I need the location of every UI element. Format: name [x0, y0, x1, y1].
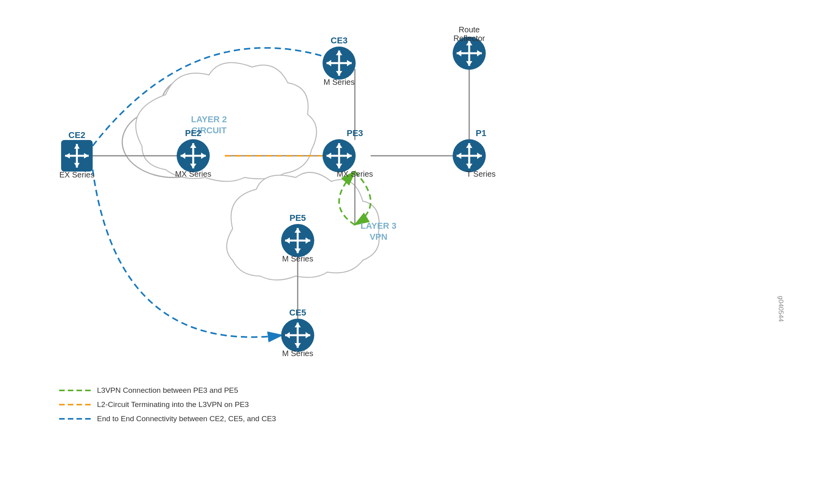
- node-pe3: [323, 139, 356, 172]
- label-rr-line2: Reflector: [453, 34, 485, 43]
- label-pe2: PE2: [185, 128, 201, 138]
- legend-orange-text: L2-Circuit Terminating into the L3VPN on…: [97, 400, 249, 409]
- node-ce5: [281, 319, 314, 352]
- label-ce3-series: M Series: [324, 78, 355, 86]
- label-ce5: CE5: [289, 308, 306, 317]
- label-pe3: PE3: [347, 128, 363, 138]
- label-p1-series: T Series: [466, 170, 496, 178]
- node-p1: [453, 139, 486, 172]
- cloud-label-vpn: VPN: [369, 232, 387, 242]
- cloud-label-layer3: LAYER 3: [361, 221, 397, 231]
- label-pe3-series: MX Series: [337, 170, 373, 178]
- node-pe2: [177, 139, 210, 172]
- label-pe5-series: M Series: [282, 254, 313, 263]
- label-p1: P1: [476, 128, 487, 138]
- label-ce2: CE2: [69, 130, 86, 140]
- label-pe5: PE5: [289, 213, 306, 223]
- watermark: g040544: [777, 296, 785, 322]
- legend: L3VPN Connection between PE3 and PE5 L2-…: [59, 386, 276, 423]
- label-rr-line1: Route: [459, 25, 479, 34]
- legend-blue-text: End to End Connectivity between CE2, CE5…: [97, 414, 276, 423]
- label-pe2-series: MX Series: [175, 170, 211, 178]
- network-diagram-svg: LAYER 2 CIRCUIT LAYER 3 VPN CE2 EX Serie…: [0, 0, 828, 504]
- node-ce2: [61, 140, 93, 172]
- diagram-container: LAYER 2 CIRCUIT LAYER 3 VPN CE2 EX Serie…: [0, 0, 828, 504]
- cloud-label-layer2: LAYER 2: [191, 114, 227, 124]
- legend-green-text: L3VPN Connection between PE3 and PE5: [97, 386, 238, 394]
- label-ce5-series: M Series: [282, 349, 313, 358]
- node-ce3: [323, 47, 356, 80]
- label-ce2-series: EX Series: [60, 170, 95, 179]
- node-pe5: [281, 224, 314, 257]
- label-ce3: CE3: [331, 35, 348, 45]
